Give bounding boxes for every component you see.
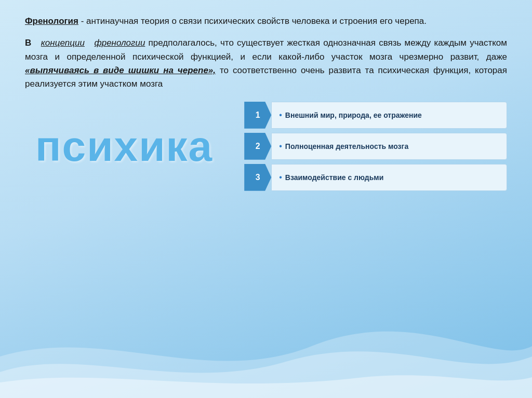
para2-italic1: концепции xyxy=(41,38,85,48)
bullet-2: • xyxy=(279,142,282,151)
para2-quote: «выпячиваясь в виде шишки на черепе», xyxy=(25,65,216,75)
diagram-row-3: 3 • Взаимодействие с людьми xyxy=(244,164,507,191)
lower-section: психика 1 • Внешний мир, природа, ее отр… xyxy=(25,102,507,191)
label-text-1: Внешний мир, природа, ее отражение xyxy=(285,111,422,120)
chevron-3: 3 xyxy=(244,164,271,191)
chevron-1: 1 xyxy=(244,102,271,129)
diagram-label-3: • Взаимодействие с людьми xyxy=(271,164,507,191)
psychika-label: психика xyxy=(35,122,213,171)
diagram-row-1: 1 • Внешний мир, природа, ее отражение xyxy=(244,102,507,129)
bullet-1: • xyxy=(279,111,282,120)
label-text-2: Полноценная деятельность мозга xyxy=(285,142,408,151)
diagram-label-2: • Полноценная деятельность мозга xyxy=(271,133,507,160)
label-text-3: Взаимодействие с людьми xyxy=(285,173,383,182)
chevron-2: 2 xyxy=(244,133,271,160)
paragraph-2: В концепции френологии предполагалось, ч… xyxy=(25,36,507,91)
paragraph-1: Френология - антинаучная теория о связи … xyxy=(25,15,507,28)
paragraph-1-rest: - антинаучная теория о связи психических… xyxy=(78,16,427,26)
slide-container: Френология - антинаучная теория о связи … xyxy=(0,0,532,398)
diagram-container: 1 • Внешний мир, природа, ее отражение 2… xyxy=(244,102,507,191)
content-area: Френология - антинаучная теория о связи … xyxy=(0,0,532,201)
bullet-3: • xyxy=(279,173,282,182)
frenology-title: Френология xyxy=(25,16,78,26)
diagram-row-2: 2 • Полноценная деятельность мозга xyxy=(244,133,507,160)
para2-italic2: френологии xyxy=(94,38,145,48)
para2-bold1: В xyxy=(25,38,31,48)
diagram-label-1: • Внешний мир, природа, ее отражение xyxy=(271,102,507,129)
